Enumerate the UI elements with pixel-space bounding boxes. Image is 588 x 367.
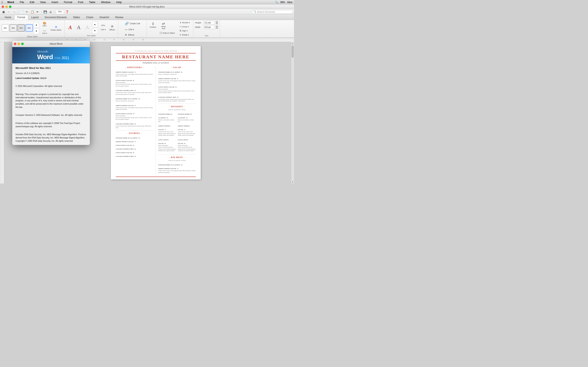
window-menu[interactable]: Window [100, 0, 112, 4]
text-styles-label: Text Styles [87, 34, 96, 37]
shape-style-4[interactable]: Abc [26, 24, 33, 32]
fill-icon: 🎨 [43, 22, 46, 25]
line-textbox-button[interactable]: — Line ▾ [123, 27, 135, 32]
reorder-button[interactable]: ⬆ Reorder ▾ [178, 21, 191, 25]
restaurant-tagline: Delightfully tacky, yet unrefined [116, 62, 196, 64]
shape-styles-expand[interactable]: ▲ [34, 22, 39, 28]
new-doc-icon[interactable]: 📄 [19, 9, 24, 14]
shape-styles-collapse[interactable]: ▼ [34, 28, 39, 34]
kid-menu-subtitle: Delicacy of authentic cooking [158, 160, 196, 161]
tab-review[interactable]: Review [112, 15, 126, 20]
text-style-dark[interactable]: A [75, 23, 83, 32]
table-menu[interactable]: Table [88, 0, 96, 4]
minimize-button[interactable] [5, 6, 8, 8]
position-button[interactable]: ⇳ Position [148, 21, 157, 29]
mac-label: :mac [54, 56, 61, 60]
text-styles-expand[interactable]: ▲ [92, 22, 98, 27]
about-close-button[interactable] [14, 43, 16, 45]
kid-menu-title: - KID MENU - [158, 156, 196, 158]
print-icon[interactable]: 🖨 [48, 9, 53, 14]
scrollbar-thumb[interactable] [292, 45, 294, 58]
text-line-button[interactable]: Line ▾ [99, 28, 107, 31]
list-item: STEWED PORK IN CLAYPOT99 Delicacy of aut… [158, 112, 176, 123]
about-traffic-lights[interactable] [14, 43, 24, 45]
doc-header-info: 123 South Main Street, Suite 123 | High … [116, 50, 196, 52]
sidebar-toggle-icon[interactable]: ▣ [1, 9, 6, 14]
text-style-red[interactable]: A [66, 23, 74, 32]
width-input[interactable] [204, 25, 215, 29]
about-banner: Microsoft ® Word :mac 2011 [12, 47, 90, 63]
word-menu[interactable]: Word [6, 0, 15, 4]
help-menu[interactable]: Help [115, 0, 123, 4]
group-button[interactable]: ☐ Group ▾ [178, 25, 191, 29]
search-document-box[interactable]: 🔍 Search Document [252, 10, 293, 14]
redo-icon[interactable]: → [12, 9, 16, 14]
scrollbar-track[interactable] [291, 45, 294, 180]
traffic-lights[interactable] [2, 6, 11, 8]
file-menu[interactable]: File [18, 0, 25, 4]
about-maximize-button[interactable] [21, 43, 24, 45]
wrap-text-button[interactable]: ⇄ Wrap Text [158, 21, 168, 30]
align-button[interactable]: ≣ Align ▾ [178, 29, 191, 33]
text-style-light[interactable]: A [84, 23, 91, 32]
effects-shape-button[interactable]: ✵ Shape Styles [49, 24, 63, 32]
right-scrollbar[interactable]: ▲ ▼ [291, 42, 294, 184]
apple-menu[interactable]:  [2, 0, 3, 4]
save-icon[interactable]: 💾 [43, 9, 47, 14]
scroll-up-arrow[interactable]: ▲ [291, 42, 294, 45]
list-item: GREEN PAPAYA SALAD79 A taste of exotic A… [116, 103, 153, 110]
format-menu[interactable]: Format [63, 0, 73, 4]
about-minimize-button[interactable] [17, 43, 20, 45]
search-placeholder: Search Document [257, 11, 275, 13]
height-down[interactable]: ▼ [216, 23, 218, 25]
about-titlebar: About Word [12, 41, 90, 47]
rotate-button[interactable]: ⟳ Rotate ▾ [178, 33, 191, 37]
spotlight-icon[interactable]: 🔍 [275, 1, 278, 4]
view-menu[interactable]: View [39, 0, 47, 4]
wrap-object-button[interactable]: ☐ Wrap to Object [158, 31, 176, 35]
effects-textbox-button[interactable]: ✵ Effects [123, 33, 136, 37]
tab-layout[interactable]: Layout [28, 15, 42, 20]
separator-1 [18, 10, 18, 14]
height-up[interactable]: ▲ [216, 21, 218, 23]
edit-menu[interactable]: Edit [29, 0, 35, 4]
fill-button[interactable]: 🎨 Fill ▾ [41, 21, 49, 28]
scroll-down-arrow[interactable]: ▼ [291, 180, 294, 184]
entrees-title: - ENTREES - [116, 132, 153, 134]
close-button[interactable] [2, 6, 4, 8]
tab-tables[interactable]: Tables [70, 15, 83, 20]
cut-icon[interactable]: ✂ [25, 9, 29, 14]
shape-style-2[interactable]: Abc [9, 24, 17, 32]
width-up[interactable]: ▲ [216, 25, 218, 27]
shape-style-1[interactable]: Abc [2, 24, 9, 32]
text-styles-collapse[interactable]: ▼ [92, 28, 98, 34]
about-word-dialog: About Word Microsoft ® Word :mac 2011 Mi… [12, 41, 90, 145]
tab-charts[interactable]: Charts [83, 15, 96, 20]
effects-text-button[interactable]: ✵ Effects [108, 24, 116, 32]
list-item: LOTUS ROOT SALAD89 Hearty & Healthy!Lotu… [158, 137, 176, 152]
text-fill-button[interactable]: Fill ▾ [99, 24, 107, 27]
zoom-level[interactable]: 75% [56, 9, 64, 14]
line-button[interactable]: — Line ▾ [41, 28, 49, 35]
height-input[interactable] [204, 21, 215, 25]
tab-smartart[interactable]: SmartArt [96, 15, 112, 20]
create-link-button[interactable]: 🔗 Create Link [123, 21, 141, 26]
tab-format[interactable]: Format [14, 15, 28, 20]
paste-icon[interactable]: ✒ [35, 9, 40, 14]
help-icon[interactable]: ❓ [65, 9, 69, 14]
copy-icon[interactable]: 📋 [30, 9, 35, 14]
undo-icon[interactable]: ← [7, 9, 11, 14]
separator-3 [54, 10, 54, 14]
tab-home[interactable]: Home [2, 15, 14, 20]
maximize-button[interactable] [9, 6, 11, 8]
height-row: Height: ▲ ▼ [195, 21, 218, 25]
width-down[interactable]: ▼ [216, 27, 218, 29]
shape-style-3[interactable]: Abc [17, 24, 25, 32]
insert-menu[interactable]: Insert [50, 0, 60, 4]
line-textbox-icon: — [125, 28, 128, 31]
list-item: GREEN PAPAYA SALAD79 [116, 139, 153, 143]
font-menu[interactable]: Font [77, 0, 85, 4]
wrap-object-checkbox[interactable]: ☐ [160, 32, 162, 34]
tab-document-elements[interactable]: Document Elements [42, 15, 70, 20]
year-label: 2011 [62, 56, 69, 60]
